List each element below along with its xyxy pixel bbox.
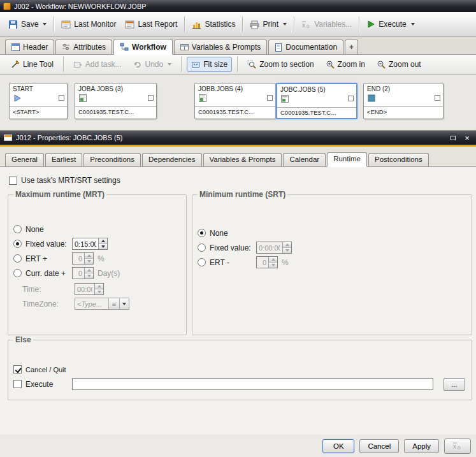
srt-none-radio[interactable] xyxy=(198,229,206,237)
fit-size-button[interactable]: Fit size xyxy=(187,57,232,72)
mrt-ert-row[interactable]: ERT + % xyxy=(13,251,181,266)
tab-label: Variables & Prompts xyxy=(192,43,261,52)
node-checkbox[interactable] xyxy=(59,95,64,101)
properties-titlebar: J012 - Properties: JOBC.JOBS (5) × xyxy=(0,131,476,147)
mrt-timezone-combo: ≡ xyxy=(75,298,129,310)
ptab-general[interactable]: General xyxy=(5,153,44,166)
srt-none-row[interactable]: None xyxy=(198,226,466,240)
close-icon: × xyxy=(465,134,470,142)
undo-icon xyxy=(133,61,142,69)
mrt-time-input xyxy=(75,284,94,294)
ptab-label: Runtime xyxy=(333,155,361,163)
print-dropdown-icon[interactable] xyxy=(283,23,287,25)
line-tool-button[interactable]: Line Tool xyxy=(6,57,58,72)
mrt-none-radio[interactable] xyxy=(13,225,22,233)
toolbar-separator xyxy=(294,17,294,32)
workflow-node-end[interactable]: END (2) <END> xyxy=(363,83,444,119)
last-report-button[interactable]: Last Report xyxy=(120,17,182,33)
cancel-quit-checkbox[interactable] xyxy=(13,365,22,374)
tab-documentation[interactable]: Documentation xyxy=(268,40,343,54)
tab-label: Documentation xyxy=(285,43,337,52)
mrt-currdate-radio[interactable] xyxy=(13,269,22,277)
tab-add[interactable]: + xyxy=(345,40,358,54)
mrt-timezone-label: TimeZone: xyxy=(22,300,71,308)
close-button[interactable]: × xyxy=(462,133,472,142)
ptab-earliest[interactable]: Earliest xyxy=(45,153,82,166)
float-button[interactable] xyxy=(448,133,458,142)
tab-header[interactable]: Header xyxy=(5,40,54,54)
properties-icon xyxy=(4,134,12,141)
srt-group: Minimum runtime (SRT) None Fixed value: xyxy=(192,190,472,335)
line-tool-icon xyxy=(11,60,20,69)
mrt-group: Maximum runtime (MRT) None Fixed value: xyxy=(8,190,187,335)
srt-ert-row[interactable]: ERT - % xyxy=(198,255,466,270)
application-window: J002 - Workflow: NEWWORKFLOW.JOBP Save L… xyxy=(0,0,476,457)
mrt-fixed-radio[interactable] xyxy=(13,240,22,248)
cancel-button[interactable]: Cancel xyxy=(359,439,399,453)
execute-button[interactable]: Execute xyxy=(362,17,419,32)
zoom-in-icon xyxy=(326,60,335,69)
statistics-button[interactable]: Statistics xyxy=(187,17,240,33)
browse-button[interactable]: ... xyxy=(444,378,465,391)
mrt-ert-radio[interactable] xyxy=(13,254,22,263)
last-monitor-button[interactable]: Last Monitor xyxy=(57,17,120,33)
print-button[interactable]: Print xyxy=(245,17,291,33)
node-checkbox[interactable] xyxy=(148,95,154,101)
execute-checkbox[interactable] xyxy=(13,380,22,388)
workflow-node-joba[interactable]: JOBA.JOBS (3) C0001935.TEST.C... xyxy=(75,83,157,119)
save-button[interactable]: Save xyxy=(4,17,51,33)
mrt-fixed-input[interactable] xyxy=(73,238,98,249)
zoom-to-section-button[interactable]: Zoom to section xyxy=(243,57,318,72)
use-mrt-srt-row[interactable]: Use task's MRT/SRT settings xyxy=(9,173,472,187)
zoom-out-button[interactable]: Zoom out xyxy=(372,57,426,72)
workflow-node-jobc[interactable]: JOBC.JOBS (5) C0001935.TEST.C... xyxy=(276,83,357,119)
spinner-arrows[interactable] xyxy=(98,238,107,249)
tab-variables-prompts[interactable]: Variables & Prompts xyxy=(174,40,268,54)
workflow-node-jobb[interactable]: JOBB.JOBS (4) C0001935.TEST.C... xyxy=(194,83,276,119)
spin-down-icon[interactable] xyxy=(101,245,105,248)
main-tabbar: Header Attributes Workflow Variables & P… xyxy=(0,37,476,55)
ptab-calendar[interactable]: Calendar xyxy=(283,153,326,166)
tab-workflow[interactable]: Workflow xyxy=(113,39,173,55)
cancel-quit-row[interactable]: Cancel / Quit xyxy=(13,362,466,377)
mrt-fixed-row[interactable]: Fixed value: xyxy=(13,236,181,251)
zoom-in-button[interactable]: Zoom in xyxy=(321,57,370,72)
node-checkbox[interactable] xyxy=(435,95,440,101)
mrt-fixed-spinner[interactable] xyxy=(72,238,108,250)
attributes-tab-icon xyxy=(62,43,70,51)
srt-ert-radio[interactable] xyxy=(198,258,206,266)
mrt-currdate-row[interactable]: Curr. date + Day(s) xyxy=(13,266,181,280)
execute-dropdown-icon[interactable] xyxy=(411,23,415,25)
ptab-preconditions[interactable]: Preconditions xyxy=(83,153,141,166)
cancel-quit-label: Cancel / Quit xyxy=(25,366,66,374)
save-dropdown-icon[interactable] xyxy=(43,23,47,25)
ptab-dependencies[interactable]: Dependencies xyxy=(142,153,202,166)
srt-fixed-row[interactable]: Fixed value: xyxy=(198,240,466,255)
tab-label: Header xyxy=(23,43,48,52)
ptab-postconditions[interactable]: Postconditions xyxy=(368,153,429,166)
ptab-variables-prompts[interactable]: Variables & Prompts xyxy=(203,153,282,166)
workflow-node-start[interactable]: START <START> xyxy=(9,83,68,119)
fit-size-label: Fit size xyxy=(203,60,227,69)
node-checkbox[interactable] xyxy=(348,96,354,101)
last-report-label: Last Report xyxy=(138,20,177,29)
workflow-canvas[interactable]: START <START> JOBA.JOBS (3) C0001935.TES… xyxy=(0,75,476,131)
ok-button[interactable]: OK xyxy=(322,439,354,453)
apply-button[interactable]: Apply xyxy=(404,439,439,453)
tab-attributes[interactable]: Attributes xyxy=(55,40,112,54)
spinner-arrows xyxy=(84,253,93,264)
variables-icon: x0 xyxy=(301,20,311,29)
variables-picker-button[interactable]: x0 xyxy=(444,439,471,454)
execute-row[interactable]: Execute ... xyxy=(13,377,466,391)
mrt-none-label: None xyxy=(25,225,68,234)
srt-fixed-radio[interactable] xyxy=(198,243,206,252)
node-checkbox[interactable] xyxy=(267,95,273,101)
ptab-runtime[interactable]: Runtime xyxy=(327,152,367,167)
execute-object-input[interactable] xyxy=(72,378,433,390)
node-subtitle: C0001935.TEST.C... xyxy=(195,106,275,117)
toolbar-separator xyxy=(63,57,64,72)
mrt-group-title: Maximum runtime (MRT) xyxy=(13,190,106,199)
mrt-none-row[interactable]: None xyxy=(13,222,181,236)
spin-up-icon[interactable] xyxy=(101,240,105,242)
use-mrt-srt-checkbox[interactable] xyxy=(9,177,17,185)
